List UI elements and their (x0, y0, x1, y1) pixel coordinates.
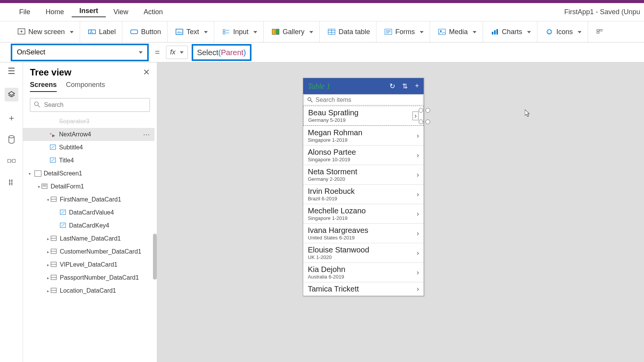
close-icon[interactable]: ✕ (143, 67, 150, 77)
ribbon-input[interactable]: Input (216, 21, 264, 42)
tree-node[interactable]: Separator3 (23, 115, 154, 128)
ribbon-data-table[interactable]: Data table (322, 21, 376, 42)
ribbon-charts-label: Charts (502, 28, 522, 36)
next-arrow-icon[interactable]: › (417, 151, 419, 159)
tree-node[interactable]: ▸ CustomerNumber_DataCard1 (23, 245, 154, 258)
fx-button[interactable]: fx (166, 46, 188, 59)
variable-icon[interactable] (7, 177, 16, 187)
text-icon: Abc (176, 28, 183, 36)
expand-caret[interactable]: ▾ (36, 185, 41, 189)
gallery-row[interactable]: Beau SpratlingGermany 5-2019› (303, 106, 424, 126)
canvas[interactable]: Table 1 ↻ ⇅ + Beau SpratlingGermany 5-20… (157, 62, 644, 362)
plus-icon[interactable]: ＋ (7, 113, 16, 123)
gallery-row[interactable]: Irvin RoebuckBrazil 6-2019› (303, 184, 424, 204)
menu-action[interactable]: Action (136, 8, 171, 16)
tree-node[interactable]: DataCardValue4 (23, 206, 154, 219)
menu-insert[interactable]: Insert (72, 7, 106, 17)
sort-icon[interactable]: ⇅ (402, 82, 408, 90)
tree-node-detailscreen[interactable]: ▾ DetailScreen1 (23, 167, 154, 180)
expand-caret[interactable]: ▾ (27, 172, 32, 176)
expand-caret[interactable]: ▸ (45, 276, 51, 280)
tree-node-label: Title4 (59, 157, 74, 164)
phone-search-input[interactable] (315, 97, 420, 103)
ribbon-gallery[interactable]: Gallery (266, 21, 320, 42)
next-arrow-icon[interactable]: › (417, 249, 419, 257)
tree-node[interactable]: ▸ PassportNumber_DataCard1 (23, 271, 154, 284)
next-arrow-icon[interactable]: › (417, 171, 419, 179)
svg-text:o: o (50, 132, 52, 135)
svg-point-29 (550, 31, 551, 31)
tree-node-label: VIPLevel_DataCard1 (60, 261, 117, 268)
datacard-icon (51, 288, 57, 294)
next-arrow-icon[interactable]: › (417, 285, 419, 293)
tree-node[interactable]: DataCardKey4 (23, 219, 154, 232)
next-arrow-icon[interactable]: › (417, 269, 419, 277)
tab-screens[interactable]: Screens (30, 81, 57, 92)
gallery-row[interactable]: Mechelle LozanoSingapore 1-2019› (303, 204, 424, 223)
label-control-icon (60, 223, 66, 229)
row-subtitle: Germany 5-2019 (308, 117, 358, 123)
hamburger-icon[interactable]: ☰ (7, 66, 16, 76)
tree-search-input[interactable] (30, 98, 150, 112)
layers-icon[interactable] (5, 88, 18, 102)
gallery-row[interactable]: Kia DejohnAustralia 6-2019› (303, 262, 424, 282)
row-subtitle: Germany 2-2020 (308, 176, 357, 182)
ribbon-more[interactable] (590, 21, 610, 42)
row-name: Beau Spratling (308, 108, 358, 117)
ribbon-button[interactable]: Button (124, 21, 168, 42)
ribbon-text[interactable]: Abc Text (169, 21, 214, 42)
menu-view[interactable]: View (106, 8, 136, 16)
tree-list[interactable]: Separator3 o▶ NextArrow4 ⋯ Subtitle4 Tit (23, 115, 157, 362)
connector-icon[interactable] (7, 156, 16, 166)
expand-caret[interactable]: ▾ (45, 198, 51, 202)
ribbon-charts[interactable]: Charts (485, 21, 537, 42)
tree-node[interactable]: Title4 (23, 154, 154, 167)
ribbon-icons[interactable]: Icons (539, 21, 588, 42)
next-arrow-icon[interactable]: › (417, 132, 419, 140)
tree-node[interactable]: ▸ VIPLevel_DataCard1 (23, 258, 154, 271)
ribbon-forms[interactable]: Forms (378, 21, 430, 42)
svg-rect-13 (276, 29, 279, 34)
property-dropdown[interactable]: OnSelect (11, 44, 149, 61)
tree-node-firstname-datacard[interactable]: ▾ FirstName_DataCard1 (23, 193, 154, 206)
menu-home[interactable]: Home (38, 8, 72, 16)
ribbon-new-screen[interactable]: New screen (12, 21, 80, 42)
scrollbar-thumb[interactable] (153, 234, 157, 280)
ribbon-label[interactable]: A Label (82, 21, 122, 42)
tree-node-detailform[interactable]: ▾ DetailForm1 (23, 180, 154, 193)
gallery-row[interactable]: Alonso ParteeSingapore 10-2019› (303, 145, 424, 165)
expand-caret[interactable]: ▸ (45, 289, 51, 293)
gallery-row[interactable]: Neta StormentGermany 2-2020› (303, 165, 424, 184)
gallery-row[interactable]: Elouise StanwoodUK 1-2020› (303, 243, 424, 262)
refresh-icon[interactable]: ↻ (389, 82, 395, 90)
gallery-row[interactable]: Ivana HargreavesUnited States 6-2019› (303, 223, 424, 243)
formula-input[interactable]: Select(Parent) (192, 44, 251, 61)
gallery-row[interactable]: Tamica Trickett› (303, 282, 424, 296)
menu-file[interactable]: File (12, 8, 38, 16)
expand-caret[interactable]: ▸ (45, 250, 51, 254)
tree-view-panel: Tree view ✕ Screens Components Separator… (23, 62, 157, 362)
next-arrow-icon[interactable]: › (417, 210, 419, 218)
more-options-icon[interactable]: ⋯ (143, 130, 150, 139)
database-icon[interactable] (7, 134, 16, 144)
add-icon[interactable]: + (415, 82, 419, 90)
svg-text:Abc: Abc (177, 31, 182, 34)
phone-search[interactable] (304, 95, 423, 105)
tree-node[interactable]: ▸ Location_DataCard1 (23, 284, 154, 297)
gallery-row[interactable]: Megan RohmanSingapore 1-2019› (303, 126, 424, 145)
row-subtitle: Singapore 1-2019 (308, 137, 362, 143)
tab-components[interactable]: Components (66, 81, 105, 92)
tree-node-nextarrow[interactable]: o▶ NextArrow4 ⋯ (23, 128, 154, 141)
next-arrow-icon[interactable]: › (412, 111, 419, 120)
svg-line-49 (51, 159, 54, 161)
expand-caret[interactable]: ▸ (45, 237, 51, 241)
chevron-down-icon (418, 28, 424, 36)
next-arrow-icon[interactable]: › (417, 190, 419, 198)
ribbon-media[interactable]: Media (432, 21, 483, 42)
next-arrow-icon[interactable]: › (417, 229, 419, 238)
row-name: Irvin Roebuck (308, 187, 355, 196)
expand-caret[interactable]: ▸ (45, 263, 51, 267)
tree-node[interactable]: ▸ LastName_DataCard1 (23, 232, 154, 245)
tree-node[interactable]: Subtitle4 (23, 141, 154, 154)
ribbon-input-label: Input (233, 28, 248, 36)
